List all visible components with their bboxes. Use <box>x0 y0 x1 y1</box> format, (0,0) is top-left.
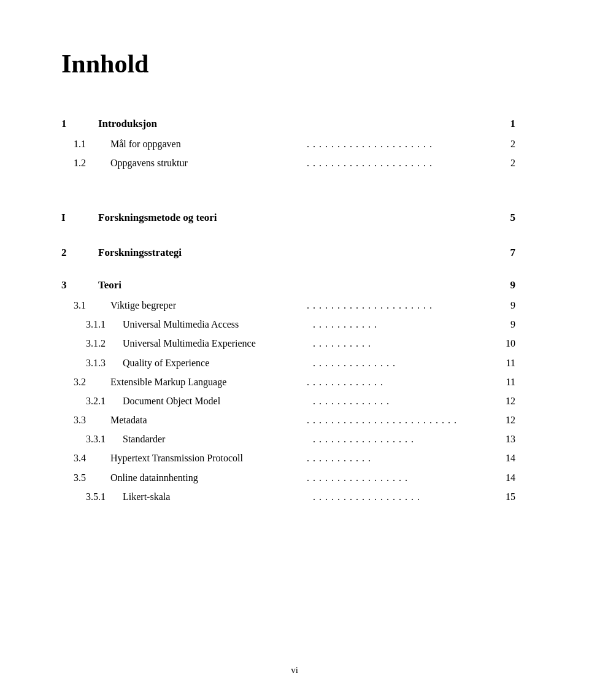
toc-number-sec1-1: 1.1 <box>61 136 110 152</box>
toc-dots-sec3-1: . . . . . . . . . . . . . . . . . . . . … <box>304 297 497 313</box>
toc-container: 1 Introduksjon 1 1.1 Mål for oppgaven . … <box>61 115 515 505</box>
toc-number-sec1-2: 1.2 <box>61 155 110 171</box>
toc-number-sec3-5: 3.5 <box>61 469 110 486</box>
toc-label-ch2: Forskningsstrategi <box>98 244 497 262</box>
toc-page-sec3-3-1: 13 <box>497 431 515 447</box>
toc-page-sec3-4: 14 <box>497 450 515 466</box>
toc-entry-sec3-3: 3.3 Metadata . . . . . . . . . . . . . .… <box>61 412 515 428</box>
toc-dots-sec3-1-1: . . . . . . . . . . . <box>310 316 497 333</box>
footer-page-number: vi <box>291 665 298 675</box>
toc-page-ch3: 9 <box>497 277 515 294</box>
toc-entry-sec3-1: 3.1 Viktige begreper . . . . . . . . . .… <box>61 297 515 313</box>
toc-page-ch2: 7 <box>497 244 515 262</box>
toc-label-sec1-2: Oppgavens struktur <box>110 155 304 171</box>
toc-entry-ch2: 2 Forskningsstrategi 7 <box>61 244 515 262</box>
toc-entry-sec3-1-2: 3.1.2 Universal Multimedia Experience . … <box>61 335 515 352</box>
toc-page-sec3-2-1: 12 <box>497 393 515 409</box>
toc-number-ch2: 2 <box>61 244 98 262</box>
toc-label-sec3-1-3: Quality of Experience <box>123 355 310 371</box>
toc-number-sec3-5-1: 3.5.1 <box>61 488 123 505</box>
toc-entry-sec3-3-1: 3.3.1 Standarder . . . . . . . . . . . .… <box>61 431 515 447</box>
toc-label-sec3-2: Extensible Markup Language <box>110 374 304 390</box>
toc-dots-sec3-5: . . . . . . . . . . . . . . . . . <box>304 469 497 486</box>
toc-number-sec3-3-1: 3.3.1 <box>61 431 123 447</box>
toc-number-sec3-2-1: 3.2.1 <box>61 393 123 409</box>
toc-number-sec3-4: 3.4 <box>61 450 110 466</box>
toc-label-sec3-5-1: Likert-skala <box>123 488 310 505</box>
toc-entry-sec1-2: 1.2 Oppgavens struktur . . . . . . . . .… <box>61 155 515 171</box>
toc-entry-sec3-2: 3.2 Extensible Markup Language . . . . .… <box>61 374 515 390</box>
toc-number-ch1: 1 <box>61 115 98 133</box>
toc-number-sec3-1-3: 3.1.3 <box>61 355 123 371</box>
toc-label-ch3: Teori <box>98 277 497 294</box>
toc-entry-sec3-5: 3.5 Online datainnhenting . . . . . . . … <box>61 469 515 486</box>
page-footer: vi <box>0 665 589 675</box>
toc-dots-sec3-1-2: . . . . . . . . . . <box>310 335 497 352</box>
toc-dots-sec3-5-1: . . . . . . . . . . . . . . . . . . <box>310 488 497 505</box>
toc-page-sec3-3: 12 <box>497 412 515 428</box>
toc-entry-sec3-1-3: 3.1.3 Quality of Experience . . . . . . … <box>61 355 515 371</box>
toc-dots-sec3-4: . . . . . . . . . . . <box>304 450 497 466</box>
toc-page-sec1-2: 2 <box>497 155 515 171</box>
toc-page-sec3-1-3: 11 <box>497 355 515 371</box>
toc-entry-sec3-4: 3.4 Hypertext Transmission Protocoll . .… <box>61 450 515 466</box>
toc-dots-sec1-2: . . . . . . . . . . . . . . . . . . . . … <box>304 155 497 171</box>
toc-number-partI: I <box>61 209 98 227</box>
toc-page-partI: 5 <box>497 209 515 227</box>
toc-label-sec3-2-1: Document Object Model <box>123 393 310 409</box>
toc-dots-sec3-3: . . . . . . . . . . . . . . . . . . . . … <box>304 412 497 428</box>
toc-label-partI: Forskningsmetode og teori <box>98 209 497 227</box>
toc-dots-sec3-1-3: . . . . . . . . . . . . . . <box>310 355 497 371</box>
toc-page-sec3-1-2: 10 <box>497 335 515 352</box>
toc-page-sec3-2: 11 <box>497 374 515 390</box>
toc-label-sec3-1: Viktige begreper <box>110 297 304 313</box>
toc-number-sec3-3: 3.3 <box>61 412 110 428</box>
toc-page-sec3-5: 14 <box>497 469 515 486</box>
toc-dots-sec3-3-1: . . . . . . . . . . . . . . . . . <box>310 431 497 447</box>
toc-label-sec3-1-1: Universal Multimedia Access <box>123 316 310 333</box>
toc-entry-sec1-1: 1.1 Mål for oppgaven . . . . . . . . . .… <box>61 136 515 152</box>
toc-label-sec3-5: Online datainnhenting <box>110 469 304 486</box>
toc-label-sec1-1: Mål for oppgaven <box>110 136 304 152</box>
toc-dots-sec3-2: . . . . . . . . . . . . . <box>304 374 497 390</box>
toc-entry-ch3: 3 Teori 9 <box>61 277 515 294</box>
toc-dots-sec3-2-1: . . . . . . . . . . . . . <box>310 393 497 409</box>
toc-entry-sec3-5-1: 3.5.1 Likert-skala . . . . . . . . . . .… <box>61 488 515 505</box>
toc-label-ch1: Introduksjon <box>98 115 497 133</box>
toc-label-sec3-3-1: Standarder <box>123 431 310 447</box>
toc-page-sec1-1: 2 <box>497 136 515 152</box>
page: Innhold 1 Introduksjon 1 1.1 Mål for opp… <box>0 0 589 700</box>
toc-entry-partI: I Forskningsmetode og teori 5 <box>61 198 515 229</box>
toc-page-sec3-1-1: 9 <box>497 316 515 333</box>
toc-entry-sec3-1-1: 3.1.1 Universal Multimedia Access . . . … <box>61 316 515 333</box>
toc-label-sec3-1-2: Universal Multimedia Experience <box>123 335 310 352</box>
toc-page-sec3-5-1: 15 <box>497 488 515 505</box>
toc-label-sec3-3: Metadata <box>110 412 304 428</box>
toc-label-sec3-4: Hypertext Transmission Protocoll <box>110 450 304 466</box>
toc-page-sec3-1: 9 <box>497 297 515 313</box>
toc-number-sec3-1: 3.1 <box>61 297 110 313</box>
toc-number-sec3-1-1: 3.1.1 <box>61 316 123 333</box>
toc-dots-sec1-1: . . . . . . . . . . . . . . . . . . . . … <box>304 136 497 152</box>
page-title: Innhold <box>61 49 515 79</box>
toc-entry-sec3-2-1: 3.2.1 Document Object Model . . . . . . … <box>61 393 515 409</box>
toc-page-ch1: 1 <box>497 115 515 133</box>
toc-number-sec3-1-2: 3.1.2 <box>61 335 123 352</box>
toc-number-sec3-2: 3.2 <box>61 374 110 390</box>
toc-entry-ch1: 1 Introduksjon 1 <box>61 115 515 133</box>
toc-number-ch3: 3 <box>61 277 98 294</box>
